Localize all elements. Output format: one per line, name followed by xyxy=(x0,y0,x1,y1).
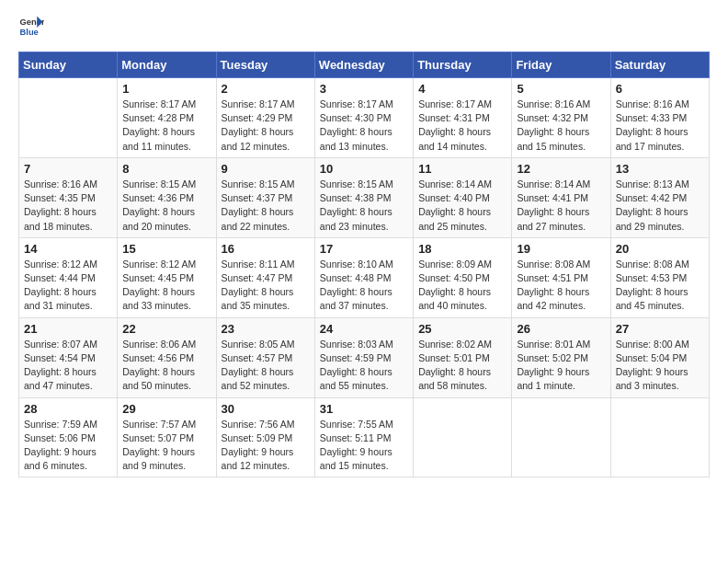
calendar-cell: 27Sunrise: 8:00 AM Sunset: 5:04 PM Dayli… xyxy=(610,317,709,397)
day-number: 1 xyxy=(122,82,210,96)
calendar-cell: 14Sunrise: 8:12 AM Sunset: 4:44 PM Dayli… xyxy=(19,237,118,317)
day-number: 6 xyxy=(616,82,704,96)
logo: General Blue xyxy=(18,15,44,40)
calendar-body: 1Sunrise: 8:17 AM Sunset: 4:28 PM Daylig… xyxy=(19,78,710,477)
day-info: Sunrise: 8:14 AM Sunset: 4:41 PM Dayligh… xyxy=(517,178,605,234)
day-info: Sunrise: 8:16 AM Sunset: 4:35 PM Dayligh… xyxy=(24,178,112,234)
day-info: Sunrise: 8:15 AM Sunset: 4:36 PM Dayligh… xyxy=(122,178,210,234)
week-row-4: 21Sunrise: 8:07 AM Sunset: 4:54 PM Dayli… xyxy=(19,317,710,397)
day-number: 15 xyxy=(122,242,210,256)
calendar-cell xyxy=(512,397,610,477)
day-info: Sunrise: 8:16 AM Sunset: 4:33 PM Dayligh… xyxy=(616,98,704,154)
day-number: 19 xyxy=(517,242,605,256)
calendar-cell: 23Sunrise: 8:05 AM Sunset: 4:57 PM Dayli… xyxy=(216,317,314,397)
header-day-saturday: Saturday xyxy=(610,52,709,78)
calendar-cell: 24Sunrise: 8:03 AM Sunset: 4:59 PM Dayli… xyxy=(314,317,413,397)
day-number: 24 xyxy=(320,322,408,336)
calendar-cell xyxy=(610,397,709,477)
calendar-cell: 7Sunrise: 8:16 AM Sunset: 4:35 PM Daylig… xyxy=(19,157,118,237)
calendar-table: SundayMondayTuesdayWednesdayThursdayFrid… xyxy=(18,52,710,477)
calendar-cell: 28Sunrise: 7:59 AM Sunset: 5:06 PM Dayli… xyxy=(19,397,118,477)
calendar-cell: 10Sunrise: 8:15 AM Sunset: 4:38 PM Dayli… xyxy=(314,157,413,237)
day-info: Sunrise: 8:15 AM Sunset: 4:37 PM Dayligh… xyxy=(222,178,310,234)
calendar-cell: 19Sunrise: 8:08 AM Sunset: 4:51 PM Dayli… xyxy=(512,237,610,317)
header-day-tuesday: Tuesday xyxy=(216,52,314,78)
day-number: 16 xyxy=(222,242,310,256)
day-info: Sunrise: 8:13 AM Sunset: 4:42 PM Dayligh… xyxy=(616,178,704,234)
day-info: Sunrise: 8:16 AM Sunset: 4:32 PM Dayligh… xyxy=(517,98,605,154)
calendar-cell: 8Sunrise: 8:15 AM Sunset: 4:36 PM Daylig… xyxy=(118,157,216,237)
day-info: Sunrise: 7:55 AM Sunset: 5:11 PM Dayligh… xyxy=(320,418,408,474)
day-info: Sunrise: 8:11 AM Sunset: 4:47 PM Dayligh… xyxy=(222,258,310,314)
day-info: Sunrise: 8:00 AM Sunset: 5:04 PM Dayligh… xyxy=(616,338,704,394)
calendar-header: SundayMondayTuesdayWednesdayThursdayFrid… xyxy=(19,52,710,78)
page-header: General Blue xyxy=(18,15,710,40)
day-number: 30 xyxy=(222,402,310,416)
week-row-3: 14Sunrise: 8:12 AM Sunset: 4:44 PM Dayli… xyxy=(19,237,710,317)
day-number: 10 xyxy=(320,162,408,176)
day-number: 5 xyxy=(517,82,605,96)
calendar-cell: 1Sunrise: 8:17 AM Sunset: 4:28 PM Daylig… xyxy=(118,78,216,158)
day-info: Sunrise: 8:07 AM Sunset: 4:54 PM Dayligh… xyxy=(24,338,112,394)
day-info: Sunrise: 8:02 AM Sunset: 5:01 PM Dayligh… xyxy=(418,338,506,394)
header-day-friday: Friday xyxy=(512,52,610,78)
day-info: Sunrise: 8:06 AM Sunset: 4:56 PM Dayligh… xyxy=(122,338,210,394)
day-info: Sunrise: 8:01 AM Sunset: 5:02 PM Dayligh… xyxy=(517,338,605,394)
header-row: SundayMondayTuesdayWednesdayThursdayFrid… xyxy=(19,52,710,78)
calendar-cell: 9Sunrise: 8:15 AM Sunset: 4:37 PM Daylig… xyxy=(216,157,314,237)
day-info: Sunrise: 8:17 AM Sunset: 4:28 PM Dayligh… xyxy=(122,98,210,154)
day-number: 31 xyxy=(320,402,408,416)
calendar-cell: 18Sunrise: 8:09 AM Sunset: 4:50 PM Dayli… xyxy=(414,237,512,317)
calendar-cell: 12Sunrise: 8:14 AM Sunset: 4:41 PM Dayli… xyxy=(512,157,610,237)
day-info: Sunrise: 8:10 AM Sunset: 4:48 PM Dayligh… xyxy=(320,258,408,314)
calendar-cell: 26Sunrise: 8:01 AM Sunset: 5:02 PM Dayli… xyxy=(512,317,610,397)
day-info: Sunrise: 7:57 AM Sunset: 5:07 PM Dayligh… xyxy=(122,418,210,474)
day-info: Sunrise: 8:12 AM Sunset: 4:44 PM Dayligh… xyxy=(24,258,112,314)
header-day-thursday: Thursday xyxy=(414,52,512,78)
day-number: 25 xyxy=(418,322,506,336)
day-number: 7 xyxy=(24,162,112,176)
calendar-cell: 30Sunrise: 7:56 AM Sunset: 5:09 PM Dayli… xyxy=(216,397,314,477)
calendar-cell: 22Sunrise: 8:06 AM Sunset: 4:56 PM Dayli… xyxy=(118,317,216,397)
calendar-cell: 20Sunrise: 8:08 AM Sunset: 4:53 PM Dayli… xyxy=(610,237,709,317)
day-info: Sunrise: 8:17 AM Sunset: 4:31 PM Dayligh… xyxy=(418,98,506,154)
day-info: Sunrise: 8:15 AM Sunset: 4:38 PM Dayligh… xyxy=(320,178,408,234)
calendar-cell: 11Sunrise: 8:14 AM Sunset: 4:40 PM Dayli… xyxy=(414,157,512,237)
day-number: 21 xyxy=(24,322,112,336)
day-info: Sunrise: 8:05 AM Sunset: 4:57 PM Dayligh… xyxy=(222,338,310,394)
calendar-cell: 3Sunrise: 8:17 AM Sunset: 4:30 PM Daylig… xyxy=(314,78,413,158)
day-number: 11 xyxy=(418,162,506,176)
day-number: 23 xyxy=(222,322,310,336)
logo-icon: General Blue xyxy=(18,15,44,40)
day-number: 17 xyxy=(320,242,408,256)
day-info: Sunrise: 8:08 AM Sunset: 4:51 PM Dayligh… xyxy=(517,258,605,314)
header-day-monday: Monday xyxy=(118,52,216,78)
day-number: 3 xyxy=(320,82,408,96)
day-number: 22 xyxy=(122,322,210,336)
day-info: Sunrise: 8:12 AM Sunset: 4:45 PM Dayligh… xyxy=(122,258,210,314)
calendar-cell: 13Sunrise: 8:13 AM Sunset: 4:42 PM Dayli… xyxy=(610,157,709,237)
day-info: Sunrise: 7:59 AM Sunset: 5:06 PM Dayligh… xyxy=(24,418,112,474)
calendar-cell: 4Sunrise: 8:17 AM Sunset: 4:31 PM Daylig… xyxy=(414,78,512,158)
calendar-cell xyxy=(414,397,512,477)
day-number: 27 xyxy=(616,322,704,336)
day-info: Sunrise: 8:09 AM Sunset: 4:50 PM Dayligh… xyxy=(418,258,506,314)
week-row-1: 1Sunrise: 8:17 AM Sunset: 4:28 PM Daylig… xyxy=(19,78,710,158)
calendar-cell: 5Sunrise: 8:16 AM Sunset: 4:32 PM Daylig… xyxy=(512,78,610,158)
day-info: Sunrise: 8:17 AM Sunset: 4:30 PM Dayligh… xyxy=(320,98,408,154)
day-number: 13 xyxy=(616,162,704,176)
calendar-cell xyxy=(19,78,118,158)
calendar-cell: 16Sunrise: 8:11 AM Sunset: 4:47 PM Dayli… xyxy=(216,237,314,317)
calendar-cell: 31Sunrise: 7:55 AM Sunset: 5:11 PM Dayli… xyxy=(314,397,413,477)
day-number: 28 xyxy=(24,402,112,416)
calendar-cell: 29Sunrise: 7:57 AM Sunset: 5:07 PM Dayli… xyxy=(118,397,216,477)
calendar-cell: 6Sunrise: 8:16 AM Sunset: 4:33 PM Daylig… xyxy=(610,78,709,158)
day-info: Sunrise: 8:14 AM Sunset: 4:40 PM Dayligh… xyxy=(418,178,506,234)
calendar-cell: 17Sunrise: 8:10 AM Sunset: 4:48 PM Dayli… xyxy=(314,237,413,317)
day-number: 18 xyxy=(418,242,506,256)
day-number: 8 xyxy=(122,162,210,176)
day-number: 12 xyxy=(517,162,605,176)
header-day-wednesday: Wednesday xyxy=(314,52,413,78)
day-number: 2 xyxy=(222,82,310,96)
day-info: Sunrise: 8:17 AM Sunset: 4:29 PM Dayligh… xyxy=(222,98,310,154)
